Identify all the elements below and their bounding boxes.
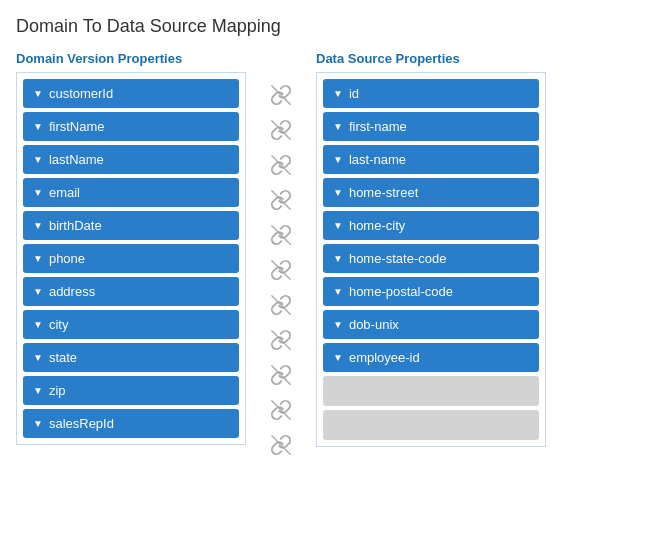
datasource-property-item[interactable]: ▼id [323, 79, 539, 108]
datasource-property-item[interactable]: ▼home-city [323, 211, 539, 240]
chevron-icon: ▼ [33, 286, 43, 297]
domain-property-item[interactable]: ▼zip [23, 376, 239, 405]
connectors-column [246, 51, 316, 460]
domain-property-item[interactable]: ▼birthDate [23, 211, 239, 240]
chevron-icon: ▼ [333, 319, 343, 330]
chevron-icon: ▼ [333, 121, 343, 132]
chevron-icon: ▼ [333, 253, 343, 264]
chevron-icon: ▼ [33, 352, 43, 363]
datasource-properties-panel: ▼id▼first-name▼last-name▼home-street▼hom… [316, 72, 546, 447]
chevron-icon: ▼ [333, 352, 343, 363]
datasource-property-item[interactable]: ▼first-name [323, 112, 539, 141]
chevron-icon: ▼ [33, 121, 43, 132]
chevron-icon: ▼ [33, 154, 43, 165]
datasource-property-item[interactable]: ▼home-street [323, 178, 539, 207]
domain-property-item[interactable]: ▼customerId [23, 79, 239, 108]
chevron-icon: ▼ [333, 220, 343, 231]
unlink-icon[interactable] [270, 219, 292, 250]
datasource-property-item[interactable]: ▼home-state-code [323, 244, 539, 273]
chevron-icon: ▼ [33, 253, 43, 264]
domain-property-item[interactable]: ▼state [23, 343, 239, 372]
unlink-icon[interactable] [270, 114, 292, 145]
chevron-icon: ▼ [333, 187, 343, 198]
domain-property-item[interactable]: ▼address [23, 277, 239, 306]
unlink-icon[interactable] [270, 394, 292, 425]
chevron-icon: ▼ [33, 88, 43, 99]
unlink-icon[interactable] [270, 289, 292, 320]
chevron-icon: ▼ [33, 220, 43, 231]
domain-properties-panel: ▼customerId▼firstName▼lastName▼email▼bir… [16, 72, 246, 445]
unlink-icon[interactable] [270, 359, 292, 390]
chevron-icon: ▼ [333, 88, 343, 99]
chevron-icon: ▼ [33, 418, 43, 429]
chevron-icon: ▼ [33, 385, 43, 396]
unlink-icon[interactable] [270, 324, 292, 355]
unlink-icon[interactable] [270, 254, 292, 285]
chevron-icon: ▼ [333, 286, 343, 297]
chevron-icon: ▼ [333, 154, 343, 165]
domain-property-item[interactable]: ▼city [23, 310, 239, 339]
unlink-icon[interactable] [270, 149, 292, 180]
left-panel-header: Domain Version Properties [16, 51, 246, 66]
right-panel-header: Data Source Properties [316, 51, 546, 66]
unlink-icon[interactable] [270, 429, 292, 460]
domain-property-item[interactable]: ▼phone [23, 244, 239, 273]
domain-property-item[interactable]: ▼lastName [23, 145, 239, 174]
unlink-icon[interactable] [270, 79, 292, 110]
datasource-property-item[interactable]: ▼last-name [323, 145, 539, 174]
domain-property-item[interactable]: ▼firstName [23, 112, 239, 141]
domain-property-item[interactable]: ▼salesRepId [23, 409, 239, 438]
datasource-property-item[interactable]: ▼employee-id [323, 343, 539, 372]
chevron-icon: ▼ [33, 319, 43, 330]
datasource-property-item-empty [323, 410, 539, 440]
chevron-icon: ▼ [33, 187, 43, 198]
page-title: Domain To Data Source Mapping [16, 16, 630, 37]
datasource-property-item[interactable]: ▼home-postal-code [323, 277, 539, 306]
datasource-property-item-empty [323, 376, 539, 406]
unlink-icon[interactable] [270, 184, 292, 215]
domain-property-item[interactable]: ▼email [23, 178, 239, 207]
datasource-property-item[interactable]: ▼dob-unix [323, 310, 539, 339]
